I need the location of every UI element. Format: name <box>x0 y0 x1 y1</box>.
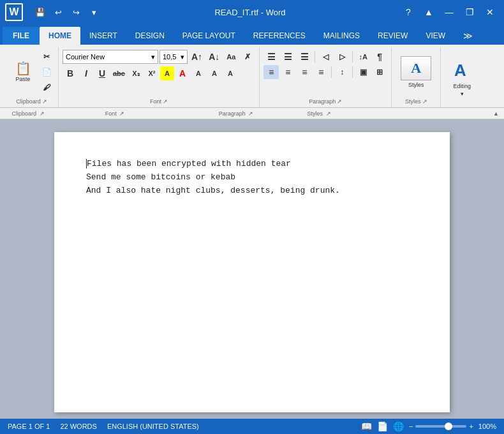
zoom-slider-thumb[interactable] <box>445 423 452 430</box>
bullets-button[interactable]: ☰ <box>263 50 279 64</box>
ribbon-toggle-button[interactable]: ▲ <box>420 4 438 20</box>
tab-insert[interactable]: INSERT <box>80 27 126 45</box>
italic-button[interactable]: I <box>78 66 94 80</box>
font-color-button[interactable]: A <box>175 66 190 80</box>
tab-file[interactable]: FILE <box>3 27 40 45</box>
collapse-ribbon-button[interactable]: ▲ <box>493 110 499 117</box>
tab-mailings[interactable]: MAILINGS <box>315 27 369 45</box>
document-page[interactable]: Files has been encrypted with hidden tea… <box>54 132 450 412</box>
styles-button[interactable]: A Styles <box>396 54 436 91</box>
cut-button[interactable]: ✂ <box>39 50 54 64</box>
status-bar: PAGE 1 OF 1 22 WORDS ENGLISH (UNITED STA… <box>0 419 504 434</box>
tab-page-layout[interactable]: PAGE LAYOUT <box>174 27 244 45</box>
tab-view[interactable]: VIEW <box>417 27 454 45</box>
paragraph-expand-icon[interactable]: ↗ <box>337 98 342 105</box>
sort-button[interactable]: ↕A <box>355 50 371 64</box>
show-hide-button[interactable]: ¶ <box>372 50 387 64</box>
styles-bottom-icon[interactable]: ↗ <box>326 110 331 117</box>
styles-content: A Styles <box>396 47 436 97</box>
indent-decrease-button[interactable]: ◁ <box>318 50 333 64</box>
minimize-button[interactable]: — <box>440 4 458 20</box>
help-button[interactable]: ? <box>399 4 417 20</box>
paste-label: Paste <box>15 76 30 82</box>
align-center-button[interactable]: ≡ <box>280 65 295 79</box>
shading-button[interactable]: ▣ <box>355 65 371 79</box>
decrease-font-button[interactable]: A↓ <box>206 50 222 64</box>
title-bar: W 💾 ↩ ↪ ▾ READ_IT.rtf - Word ? ▲ — ❐ ✕ <box>0 0 504 24</box>
editing-icon: A <box>450 57 474 82</box>
align-left-button[interactable]: ≡ <box>263 65 279 79</box>
styles-icon: A <box>401 56 431 80</box>
align-right-button[interactable]: ≡ <box>297 65 312 79</box>
doc-line-1: Files has been encrypted with hidden tea… <box>86 158 418 171</box>
clipboard-content: 📋 Paste ✂ 📄 🖌 <box>9 47 54 97</box>
editing-dropdown[interactable]: ▾ <box>461 91 464 97</box>
redo-button[interactable]: ↪ <box>69 5 83 19</box>
superscript-button[interactable]: X² <box>144 66 159 80</box>
clipboard-expand-icon[interactable]: ↗ <box>42 98 47 105</box>
zoom-slider-track[interactable] <box>415 425 466 428</box>
copy-button[interactable]: 📄 <box>39 65 54 79</box>
editing-button[interactable]: A Editing ▾ <box>445 55 479 100</box>
save-button[interactable]: 💾 <box>33 5 47 19</box>
underline-button[interactable]: U <box>94 66 110 80</box>
paste-button[interactable]: 📋 Paste <box>9 60 37 84</box>
paragraph-bottom-icon[interactable]: ↗ <box>248 110 253 117</box>
justify-button[interactable]: ≡ <box>313 65 329 79</box>
zoom-minus-button[interactable]: − <box>409 423 413 430</box>
tab-review[interactable]: REVIEW <box>369 27 417 45</box>
strikethrough-button[interactable]: abc <box>110 66 128 80</box>
editing-content: A Editing ▾ <box>445 47 479 107</box>
svg-text:A: A <box>454 61 466 80</box>
increase-font-button[interactable]: A↑ <box>189 50 205 64</box>
text-highlight-button[interactable]: A <box>191 66 206 80</box>
ribbon-group-editing: A Editing ▾ <box>441 47 483 107</box>
tab-overflow[interactable]: ≫ <box>454 27 482 45</box>
highlight-button[interactable]: A <box>160 66 174 80</box>
tab-design[interactable]: DESIGN <box>126 27 174 45</box>
page-info: PAGE 1 OF 1 <box>8 423 50 430</box>
numbering-button[interactable]: ☰ <box>280 50 295 64</box>
styles-bottom-label: Styles ↗ <box>293 110 345 117</box>
web-layout-icon[interactable]: 🌐 <box>393 421 404 431</box>
multilevel-button[interactable]: ☰ <box>297 50 312 64</box>
format-painter-button[interactable]: 🖌 <box>39 80 54 94</box>
undo-button[interactable]: ↩ <box>51 5 65 19</box>
ribbon-bottom: Clipboard ↗ Font ↗ Paragraph ↗ Styles ↗ … <box>0 108 504 119</box>
quick-access-toolbar: 💾 ↩ ↪ ▾ <box>33 5 101 19</box>
language: ENGLISH (UNITED STATES) <box>107 423 199 430</box>
font-shading-button[interactable]: A <box>207 66 222 80</box>
ribbon: 📋 Paste ✂ 📄 🖌 Clipboard ↗ Courier New ▾ <box>0 45 504 108</box>
separator-v3 <box>331 66 332 78</box>
indent-increase-button[interactable]: ▷ <box>334 50 350 64</box>
styles-expand-icon[interactable]: ↗ <box>422 98 427 105</box>
tab-home[interactable]: HOME <box>40 27 80 45</box>
bold-button[interactable]: B <box>63 66 78 80</box>
subscript-button[interactable]: X₂ <box>128 66 144 80</box>
font-bottom-icon[interactable]: ↗ <box>119 110 124 117</box>
case-button[interactable]: Aa <box>223 50 239 64</box>
tab-references[interactable]: REFERENCES <box>244 27 315 45</box>
word-count: 22 WORDS <box>60 423 96 430</box>
zoom-plus-button[interactable]: + <box>469 423 473 430</box>
read-mode-icon[interactable]: 📖 <box>361 421 372 431</box>
paragraph-bottom-label: Paragraph ↗ <box>179 110 293 117</box>
document-content[interactable]: Files has been encrypted with hidden tea… <box>86 158 418 197</box>
title-bar-left: W 💾 ↩ ↪ ▾ <box>5 3 101 21</box>
close-button[interactable]: ✕ <box>481 4 499 20</box>
clear-format-button[interactable]: ✗ <box>240 50 255 64</box>
font-dropdown-icon: ▾ <box>151 53 155 61</box>
font-border-button[interactable]: A <box>223 66 238 80</box>
restore-button[interactable]: ❐ <box>461 4 478 20</box>
font-content: Courier New ▾ 10,5 ▾ A↑ A↓ Aa ✗ B I U ab… <box>63 47 255 97</box>
paragraph-label: Paragraph ↗ <box>263 97 387 107</box>
print-layout-icon[interactable]: 📄 <box>377 421 388 431</box>
customize-button[interactable]: ▾ <box>87 5 101 19</box>
line-spacing-button[interactable]: ↕ <box>334 65 350 79</box>
font-selector-row: Courier New ▾ 10,5 ▾ A↑ A↓ Aa ✗ <box>63 50 255 64</box>
font-expand-icon[interactable]: ↗ <box>163 98 168 105</box>
clipboard-bottom-icon[interactable]: ↗ <box>40 110 45 117</box>
borders-button[interactable]: ⊞ <box>372 65 387 79</box>
font-family-selector[interactable]: Courier New ▾ <box>63 50 158 64</box>
font-size-selector[interactable]: 10,5 ▾ <box>159 50 188 64</box>
